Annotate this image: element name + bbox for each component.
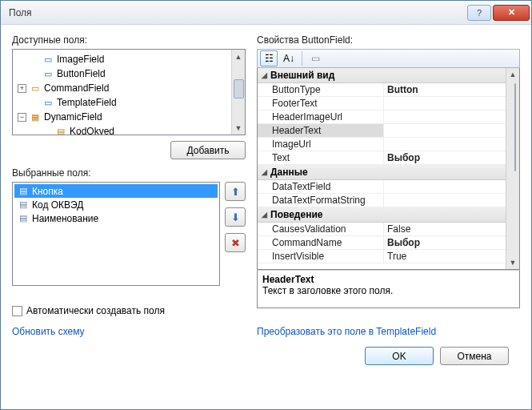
reorder-buttons: ⬆ ⬇ ✖ [225, 182, 246, 286]
ok-button[interactable]: OK [365, 347, 434, 365]
list-item[interactable]: ▤Кнопка [14, 184, 218, 198]
dialog-footer: OK Отмена [12, 342, 520, 365]
property-category[interactable]: ◢Данные [258, 165, 506, 180]
desc-text: Текст в заголовке этого поля. [262, 285, 514, 296]
scroll-thumb[interactable] [234, 79, 244, 98]
field-type-icon: ▭ [29, 82, 42, 94]
property-name: ButtonType [258, 83, 384, 96]
tree-item[interactable]: ▭ImageField [14, 52, 243, 66]
close-button[interactable]: ✕ [493, 5, 530, 21]
property-name: HeaderImageUrl [258, 111, 384, 123]
property-value[interactable] [384, 111, 506, 123]
tb-props-icon[interactable]: ▭ [306, 50, 324, 66]
tree-item[interactable]: −▦DynamicField [14, 110, 243, 124]
property-row[interactable]: TextВыбор [258, 151, 506, 165]
titlebar: Поля ? ✕ [1, 1, 531, 25]
property-value[interactable]: Выбор [384, 236, 506, 249]
convert-template-link[interactable]: Преобразовать это поле в TemplateField [257, 326, 436, 337]
list-item[interactable]: ▤Код ОКВЭД [14, 198, 218, 211]
tree-item-label: TemplateField [57, 97, 117, 108]
property-value[interactable] [384, 97, 506, 110]
tree-item[interactable]: ▭ButtonField [14, 66, 243, 81]
collapse-icon[interactable]: ◢ [258, 168, 270, 176]
toolbar-separator [302, 51, 302, 66]
tb-categorized-icon[interactable]: ☷ [260, 50, 278, 66]
property-value[interactable]: Button [384, 83, 506, 96]
available-fields-tree[interactable]: ▭ImageField▭ButtonField+▭CommandField▭Te… [12, 49, 246, 135]
grid-scrollbar[interactable]: ▲ ▼ [506, 68, 519, 270]
property-row[interactable]: ImageUrl [258, 138, 506, 151]
property-value[interactable] [384, 194, 506, 207]
category-title: Данные [270, 167, 308, 178]
property-value[interactable]: Выбор [384, 151, 506, 164]
scroll-up-icon[interactable]: ▲ [506, 68, 519, 82]
tree-item[interactable]: +▭CommandField [14, 81, 243, 95]
property-row[interactable]: InsertVisibleTrue [258, 250, 506, 263]
list-item-label: Наименование [32, 213, 98, 224]
property-category[interactable]: ◢Внешний вид [258, 68, 506, 83]
move-up-button[interactable]: ⬆ [225, 182, 246, 201]
scroll-down-icon[interactable]: ▼ [232, 121, 245, 135]
expand-toggle[interactable]: − [18, 113, 26, 122]
field-icon: ▤ [17, 213, 30, 224]
move-down-button[interactable]: ⬇ [225, 207, 246, 227]
property-row[interactable]: HeaderImageUrl [258, 111, 506, 124]
collapse-icon[interactable]: ◢ [258, 211, 270, 219]
property-value[interactable] [384, 180, 506, 193]
property-row[interactable]: DataTextFormatString [258, 194, 506, 207]
selected-fields-list[interactable]: ▤Кнопка▤Код ОКВЭД▤Наименование [12, 182, 220, 286]
property-description: HeaderText Текст в заголовке этого поля. [257, 270, 520, 308]
tree-item[interactable]: ▤KodOkved [14, 124, 243, 135]
property-value[interactable] [384, 138, 506, 151]
auto-create-checkbox[interactable] [12, 306, 22, 316]
expand-toggle[interactable]: + [18, 84, 26, 93]
property-name: FooterText [258, 97, 384, 110]
tb-alpha-icon[interactable]: A↓ [280, 50, 298, 66]
category-title: Поведение [270, 209, 322, 220]
desc-title: HeaderText [262, 274, 514, 285]
property-row[interactable]: FooterText [258, 97, 506, 111]
available-fields-label: Доступные поля: [12, 34, 246, 46]
property-row[interactable]: DataTextField [258, 180, 506, 194]
scroll-down-icon[interactable]: ▼ [506, 255, 519, 269]
property-row[interactable]: ButtonTypeButton [258, 83, 506, 97]
right-column: Свойства ButtonField: ☷ A↓ ▭ ◢Внешний ви… [257, 34, 520, 337]
list-item-label: Кнопка [32, 186, 63, 197]
list-item[interactable]: ▤Наименование [14, 211, 218, 225]
property-category[interactable]: ◢Поведение [258, 207, 506, 223]
property-row[interactable]: CausesValidationFalse [258, 223, 506, 236]
property-grid[interactable]: ◢Внешний видButtonTypeButtonFooterTextHe… [257, 68, 520, 271]
property-value[interactable]: True [384, 250, 506, 263]
field-icon: ▤ [17, 186, 30, 197]
scroll-up-icon[interactable]: ▲ [232, 50, 245, 63]
property-row[interactable]: HeaderText [258, 124, 506, 138]
property-value[interactable] [384, 124, 506, 137]
cancel-button[interactable]: Отмена [440, 347, 509, 365]
property-value[interactable]: False [384, 223, 506, 235]
tree-item-label: ButtonField [57, 68, 106, 79]
add-button[interactable]: Добавить [170, 141, 246, 159]
property-name: DataTextField [258, 180, 384, 193]
tree-item-label: KodOkved [70, 126, 114, 135]
tree-item-label: CommandField [44, 82, 109, 94]
field-type-icon: ▤ [54, 126, 67, 135]
scroll-thumb[interactable] [514, 83, 516, 171]
properties-label: Свойства ButtonField: [257, 34, 520, 46]
property-row[interactable]: CommandNameВыбор [258, 236, 506, 250]
auto-create-row: Автоматически создавать поля [12, 302, 246, 316]
dialog-body: Доступные поля: ▭ImageField▭ButtonField+… [1, 25, 531, 409]
dialog-window: Поля ? ✕ Доступные поля: ▭ImageField▭But… [0, 0, 532, 410]
update-schema-link[interactable]: Обновить схему [12, 326, 85, 337]
selected-fields-label: Выбранные поля: [12, 167, 246, 179]
left-column: Доступные поля: ▭ImageField▭ButtonField+… [12, 34, 246, 337]
property-name: Text [258, 151, 384, 164]
property-name: ImageUrl [258, 138, 384, 151]
tree-item-label: DynamicField [44, 111, 102, 123]
tree-scrollbar[interactable]: ▲ ▼ [231, 50, 245, 135]
field-type-icon: ▭ [42, 97, 54, 108]
collapse-icon[interactable]: ◢ [258, 71, 270, 79]
tree-item[interactable]: ▭TemplateField [14, 95, 243, 110]
delete-button[interactable]: ✖ [225, 233, 246, 252]
field-icon: ▤ [17, 199, 30, 211]
help-button[interactable]: ? [467, 5, 491, 21]
